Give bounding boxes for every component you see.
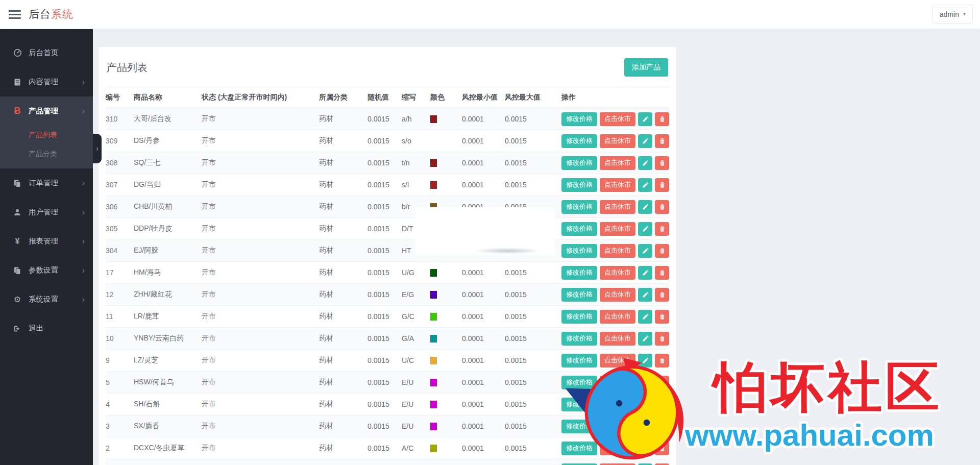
close-market-button[interactable]: 点击休市 (600, 288, 635, 302)
pencil-icon[interactable] (638, 112, 652, 126)
sidebar-item-8[interactable]: 退出 (0, 314, 93, 343)
close-market-button[interactable]: 点击休市 (600, 134, 635, 148)
cell-random: 0.0015 (368, 328, 402, 350)
user-dropdown[interactable]: admin ▾ (933, 5, 973, 23)
trash-icon[interactable] (655, 178, 669, 192)
chevron-right-icon: › (96, 144, 99, 153)
pencil-icon[interactable] (638, 354, 652, 368)
cell-category: 药材 (319, 262, 368, 284)
edit-price-button[interactable]: 修改价格 (561, 266, 597, 280)
pencil-icon[interactable] (638, 376, 652, 389)
close-market-button[interactable]: 点击休市 (600, 354, 635, 368)
cell-category: 药材 (319, 437, 368, 459)
close-market-button[interactable]: 点击休市 (600, 376, 635, 389)
cell-category: 药材 (319, 240, 368, 262)
trash-icon[interactable] (655, 134, 669, 148)
pencil-icon[interactable] (638, 420, 652, 433)
pencil-icon[interactable] (638, 178, 652, 192)
cell-min: 0.0001 (462, 350, 505, 372)
edit-price-button[interactable]: 修改价格 (561, 156, 597, 170)
close-market-button[interactable]: 点击休市 (600, 156, 635, 170)
edit-price-button[interactable]: 修改价格 (561, 398, 597, 411)
pencil-icon[interactable] (638, 398, 652, 411)
edit-price-button[interactable]: 修改价格 (561, 288, 597, 302)
pencil-icon[interactable] (638, 310, 652, 324)
pencil-icon[interactable] (638, 288, 652, 302)
trash-icon[interactable] (655, 244, 669, 258)
sidebar-subitem-0[interactable]: 产品列表 (0, 126, 93, 144)
cell-status: 开市 (202, 394, 319, 415)
cell-max: 0.0015 (505, 415, 561, 437)
sidebar-collapse-handle[interactable]: › (93, 134, 102, 163)
pencil-icon[interactable] (638, 156, 652, 170)
trash-icon[interactable] (655, 200, 669, 214)
close-market-button[interactable]: 点击休市 (600, 200, 635, 214)
edit-price-button[interactable]: 修改价格 (561, 332, 597, 346)
cell-status: 开市 (202, 350, 319, 372)
cell-abbr: a/h (402, 108, 430, 130)
trash-icon[interactable] (655, 442, 669, 455)
cell-actions: 修改价格点击休市 (561, 130, 669, 152)
cell-actions: 修改价格点击休市 (561, 174, 669, 196)
edit-price-button[interactable]: 修改价格 (561, 222, 597, 236)
close-market-button[interactable]: 点击休市 (600, 222, 635, 236)
close-market-button[interactable]: 点击休市 (600, 178, 635, 192)
trash-icon[interactable] (655, 222, 669, 236)
close-market-button[interactable]: 点击休市 (600, 266, 635, 280)
sidebar-item-0[interactable]: 后台首页 (0, 38, 93, 67)
trash-icon[interactable] (655, 310, 669, 324)
trash-icon[interactable] (655, 354, 669, 368)
trash-icon[interactable] (655, 463, 669, 465)
trash-icon[interactable] (655, 420, 669, 433)
cell-actions: 修改价格点击休市 (561, 262, 669, 284)
sidebar-subitem-1[interactable]: 产品分类 (0, 144, 93, 163)
trash-icon[interactable] (655, 112, 669, 126)
cell-status: 开市 (202, 152, 319, 174)
sidebar-item-label: 用户管理 (29, 207, 58, 217)
close-market-button[interactable]: 点击休市 (600, 420, 635, 433)
trash-icon[interactable] (655, 156, 669, 170)
close-market-button[interactable]: 点击休市 (600, 463, 635, 465)
pencil-icon[interactable] (638, 244, 652, 258)
edit-price-button[interactable]: 修改价格 (561, 354, 597, 368)
edit-price-button[interactable]: 修改价格 (561, 112, 597, 126)
pencil-icon[interactable] (638, 266, 652, 280)
edit-price-button[interactable]: 修改价格 (561, 200, 597, 214)
close-market-button[interactable]: 点击休市 (600, 442, 635, 455)
sidebar-item-7[interactable]: ⚙系统设置› (0, 285, 93, 314)
trash-icon[interactable] (655, 398, 669, 411)
edit-price-button[interactable]: 修改价格 (561, 442, 597, 455)
pencil-icon[interactable] (638, 200, 652, 214)
sidebar-item-5[interactable]: ¥报表管理› (0, 227, 93, 256)
trash-icon[interactable] (655, 266, 669, 280)
trash-icon[interactable] (655, 288, 669, 302)
pencil-icon[interactable] (638, 332, 652, 346)
edit-price-button[interactable]: 修改价格 (561, 134, 597, 148)
pencil-icon[interactable] (638, 463, 652, 465)
pencil-icon[interactable] (638, 442, 652, 455)
sidebar-item-6[interactable]: 参数设置› (0, 256, 93, 285)
hamburger-icon[interactable] (9, 8, 21, 21)
sidebar-item-2[interactable]: Ƀ产品管理› (0, 96, 93, 126)
edit-price-button[interactable]: 修改价格 (561, 463, 597, 465)
table-row: 304EJ/阿胶开市药材0.0015HT修改价格点击休市 (106, 240, 669, 262)
edit-price-button[interactable]: 修改价格 (561, 420, 597, 433)
close-market-button[interactable]: 点击休市 (600, 310, 635, 324)
trash-icon[interactable] (655, 332, 669, 346)
sidebar-item-3[interactable]: 订单管理› (0, 168, 93, 198)
sidebar-item-1[interactable]: 内容管理› (0, 67, 93, 96)
edit-price-button[interactable]: 修改价格 (561, 178, 597, 192)
pencil-icon[interactable] (638, 134, 652, 148)
edit-price-button[interactable]: 修改价格 (561, 376, 597, 389)
sidebar-item-4[interactable]: 用户管理› (0, 198, 93, 227)
trash-icon[interactable] (655, 376, 669, 389)
close-market-button[interactable]: 点击休市 (600, 398, 635, 411)
close-market-button[interactable]: 点击休市 (600, 332, 635, 346)
cell-max: 0.0015 (505, 174, 561, 196)
pencil-icon[interactable] (638, 222, 652, 236)
close-market-button[interactable]: 点击休市 (600, 112, 635, 126)
edit-price-button[interactable]: 修改价格 (561, 244, 597, 258)
close-market-button[interactable]: 点击休市 (600, 244, 635, 258)
add-product-button[interactable]: 添加产品 (624, 58, 668, 77)
edit-price-button[interactable]: 修改价格 (561, 310, 597, 324)
